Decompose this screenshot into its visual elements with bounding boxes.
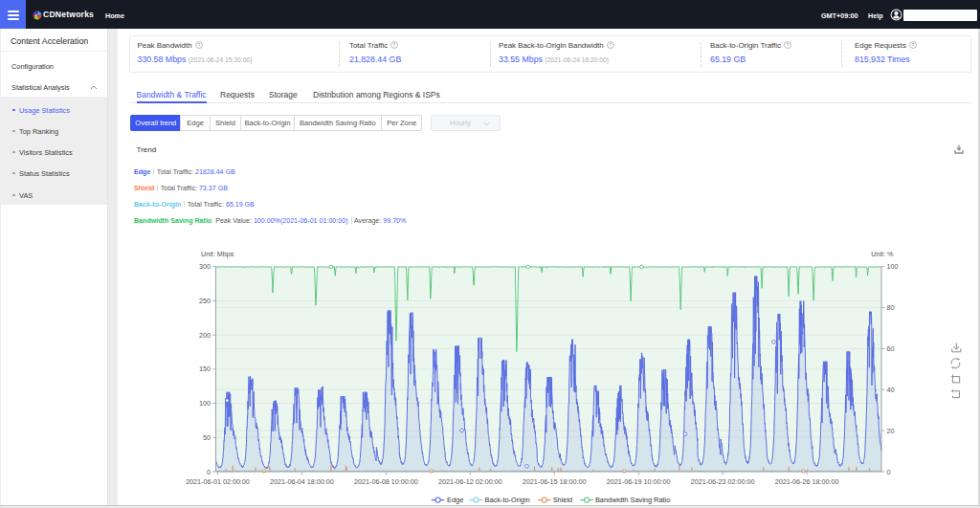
svg-text:Shield: Shield <box>553 496 573 504</box>
svg-text:?: ? <box>197 42 200 48</box>
svg-text:Unit: %: Unit: % <box>871 250 894 258</box>
svg-text:Unit: Mbps: Unit: Mbps <box>201 250 234 258</box>
svg-text:250: 250 <box>199 297 211 305</box>
svg-text:?: ? <box>609 42 612 48</box>
svg-text:2021-06-01 02:00:00: 2021-06-01 02:00:00 <box>186 477 250 486</box>
svg-text:?: ? <box>393 42 396 48</box>
svg-text:2021-06-04 18:00:00: 2021-06-04 18:00:00 <box>270 477 334 486</box>
svg-text:Bandwidth Saving Ratio: Bandwidth Saving Ratio <box>595 496 670 504</box>
svg-text:300: 300 <box>199 262 211 271</box>
svg-text:2021-06-19 10:00:00: 2021-06-19 10:00:00 <box>607 477 671 486</box>
svg-text:2021-06-23 02:00:00: 2021-06-23 02:00:00 <box>691 477 755 486</box>
svg-text:200: 200 <box>199 331 211 340</box>
svg-text:Back-to-Origin: Back-to-Origin <box>485 496 530 504</box>
svg-text:50: 50 <box>203 433 211 442</box>
svg-text:?: ? <box>912 42 915 48</box>
svg-text:20: 20 <box>887 427 895 435</box>
svg-text:0: 0 <box>207 468 211 476</box>
svg-text:40: 40 <box>887 386 895 394</box>
svg-text:2021-06-15 18:00:00: 2021-06-15 18:00:00 <box>523 477 587 486</box>
svg-text:100: 100 <box>887 262 899 271</box>
svg-text:2021-06-08 10:00:00: 2021-06-08 10:00:00 <box>354 477 418 486</box>
svg-text:150: 150 <box>199 364 211 373</box>
svg-text:?: ? <box>787 42 790 48</box>
svg-text:2021-06-12 02:00:00: 2021-06-12 02:00:00 <box>438 477 502 486</box>
svg-text:2021-06-26 18:00:00: 2021-06-26 18:00:00 <box>775 477 839 486</box>
svg-text:Edge: Edge <box>447 496 463 504</box>
svg-text:0: 0 <box>887 468 891 476</box>
svg-text:60: 60 <box>887 344 895 353</box>
svg-text:80: 80 <box>887 303 895 312</box>
svg-text:100: 100 <box>199 399 211 408</box>
